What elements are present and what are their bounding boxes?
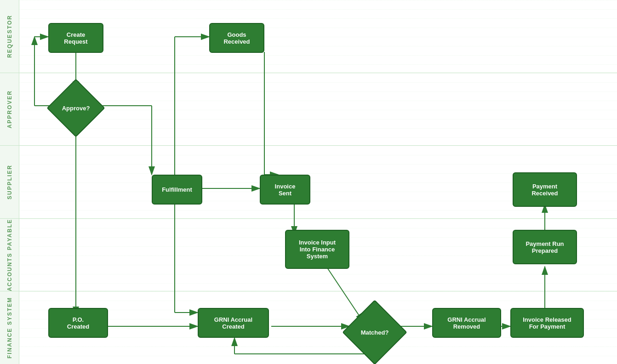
node-grni-removed: GRNI Accrual Removed [432,308,501,338]
node-approve-diamond: Approve? [55,87,97,129]
lane-label-requestor: REQUESTOR [0,0,19,73]
node-matched-diamond: Matched? [349,307,400,358]
lane-label-supplier: SUPPLIER [0,146,19,218]
node-create-request: Create Request [48,23,103,53]
diagram-container: REQUESTOR APPROVER SUPPLIER ACCOUNTS PAY… [0,0,617,364]
node-goods-received: Goods Received [209,23,264,53]
node-payment-run: Payment Run Prepared [513,230,577,264]
lane-label-approver: APPROVER [0,73,19,146]
lane-label-finance-system: FINANCE SYSTEM [0,291,19,364]
lane-label-accounts-payable: ACCOUNTS PAYABLE [0,219,19,291]
node-invoice-sent: Invoice Sent [260,175,310,205]
node-fulfillment: Fulfillment [152,175,202,205]
node-invoice-released: Invoice Released For Payment [510,308,584,338]
node-invoice-input: Invoice Input Into Finance System [285,230,349,269]
node-po-created: P.O. Created [48,308,108,338]
node-payment-received: Payment Received [513,172,577,207]
node-grni-created: GRNI Accrual Created [198,308,269,338]
